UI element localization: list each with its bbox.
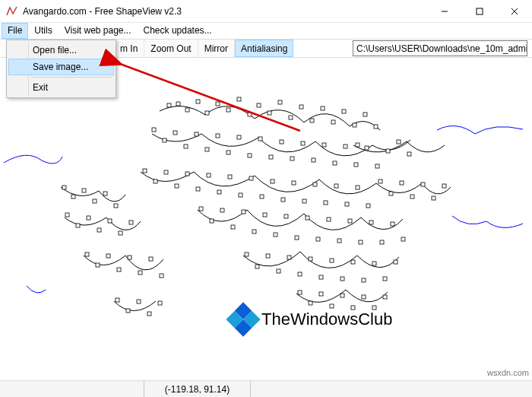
svg-rect-51: [154, 179, 157, 183]
svg-rect-20: [331, 120, 335, 124]
svg-rect-115: [380, 240, 384, 244]
svg-rect-118: [245, 252, 249, 256]
svg-rect-131: [383, 277, 387, 281]
antialiasing-toggle[interactable]: Antialiasing: [235, 40, 293, 57]
svg-rect-12: [248, 113, 252, 116]
svg-rect-120: [266, 254, 270, 258]
svg-rect-88: [117, 268, 121, 272]
svg-rect-149: [442, 184, 446, 188]
svg-rect-102: [242, 210, 245, 214]
svg-rect-76: [103, 192, 107, 195]
svg-rect-54: [185, 172, 189, 176]
svg-rect-39: [301, 141, 305, 145]
svg-rect-110: [327, 218, 331, 221]
svg-rect-90: [138, 271, 142, 275]
svg-rect-6: [185, 108, 189, 112]
svg-rect-92: [160, 274, 163, 278]
close-button[interactable]: [497, 0, 532, 23]
menu-separator: [31, 77, 112, 78]
svg-rect-103: [252, 230, 256, 233]
map-canvas[interactable]: TheWindowsClub: [0, 58, 532, 380]
menu-visit-web[interactable]: Visit web page...: [59, 23, 138, 39]
svg-rect-9: [216, 102, 220, 106]
svg-rect-127: [340, 277, 344, 281]
svg-rect-79: [76, 224, 80, 227]
svg-rect-111: [337, 239, 341, 243]
svg-rect-82: [108, 219, 112, 223]
svg-rect-13: [257, 103, 261, 107]
svg-rect-28: [184, 145, 188, 148]
svg-rect-139: [362, 295, 366, 299]
zoom-in-button[interactable]: m In: [114, 40, 144, 57]
svg-rect-18: [310, 119, 314, 122]
svg-rect-114: [369, 221, 373, 224]
svg-rect-72: [62, 186, 66, 189]
svg-rect-10: [226, 108, 230, 112]
svg-rect-70: [356, 186, 359, 189]
svg-rect-1: [477, 8, 483, 14]
svg-rect-121: [277, 269, 280, 273]
svg-rect-25: [152, 128, 156, 132]
svg-rect-57: [217, 190, 221, 194]
svg-rect-47: [386, 149, 390, 153]
menu-open-file[interactable]: Open file...: [8, 42, 114, 59]
svg-rect-29: [195, 132, 198, 136]
svg-rect-61: [260, 195, 264, 198]
svg-rect-109: [316, 237, 320, 241]
svg-rect-49: [407, 152, 411, 156]
svg-rect-59: [239, 193, 242, 197]
menu-check-updates[interactable]: Check updates...: [138, 23, 218, 39]
svg-rect-95: [137, 300, 141, 303]
svg-rect-104: [263, 213, 267, 217]
menu-utils[interactable]: Utils: [28, 23, 58, 39]
svg-rect-86: [96, 263, 100, 267]
svg-rect-77: [114, 204, 118, 208]
maximize-button[interactable]: [462, 0, 497, 23]
svg-rect-125: [319, 275, 323, 279]
svg-rect-34: [248, 154, 252, 157]
svg-rect-36: [269, 155, 273, 159]
svg-rect-31: [216, 134, 220, 138]
svg-rect-97: [158, 301, 162, 305]
svg-rect-143: [378, 179, 382, 183]
svg-rect-126: [330, 259, 334, 262]
svg-rect-142: [356, 143, 359, 147]
svg-rect-46: [375, 164, 379, 168]
file-path-field[interactable]: C:\Users\USER\Downloads\ne_10m_admin_0_b…: [353, 40, 527, 56]
svg-rect-144: [389, 192, 393, 195]
zoom-out-button[interactable]: Zoom Out: [144, 40, 198, 57]
svg-rect-43: [344, 145, 347, 148]
svg-rect-81: [97, 228, 101, 232]
svg-rect-5: [176, 102, 180, 106]
svg-rect-94: [126, 309, 130, 313]
svg-rect-99: [210, 219, 214, 223]
svg-rect-75: [93, 199, 97, 203]
menu-file[interactable]: File: [2, 23, 28, 39]
svg-rect-112: [348, 219, 352, 223]
svg-rect-105: [274, 233, 277, 237]
minimize-button[interactable]: [427, 0, 462, 23]
status-cell-1: [0, 381, 144, 397]
svg-rect-130: [372, 262, 376, 265]
svg-rect-117: [401, 237, 405, 241]
svg-rect-7: [196, 100, 200, 103]
svg-rect-66: [313, 183, 317, 186]
svg-rect-91: [149, 257, 153, 261]
svg-rect-56: [207, 173, 211, 177]
svg-rect-33: [237, 135, 241, 139]
svg-rect-129: [362, 278, 366, 282]
svg-rect-108: [306, 216, 309, 220]
menu-save-image[interactable]: Save image...: [8, 59, 114, 75]
svg-rect-89: [128, 256, 131, 259]
svg-rect-21: [342, 110, 346, 113]
mirror-button[interactable]: Mirror: [198, 40, 235, 57]
svg-rect-119: [255, 265, 259, 268]
window-title: Avangardo.com - Free ShapeView v2.3: [23, 6, 182, 17]
svg-rect-32: [226, 151, 230, 154]
svg-rect-93: [116, 298, 119, 302]
svg-rect-146: [410, 195, 414, 198]
svg-rect-84: [129, 221, 133, 224]
menu-exit[interactable]: Exit: [8, 79, 114, 96]
svg-rect-78: [65, 213, 69, 217]
titlebar: Avangardo.com - Free ShapeView v2.3: [0, 0, 532, 23]
